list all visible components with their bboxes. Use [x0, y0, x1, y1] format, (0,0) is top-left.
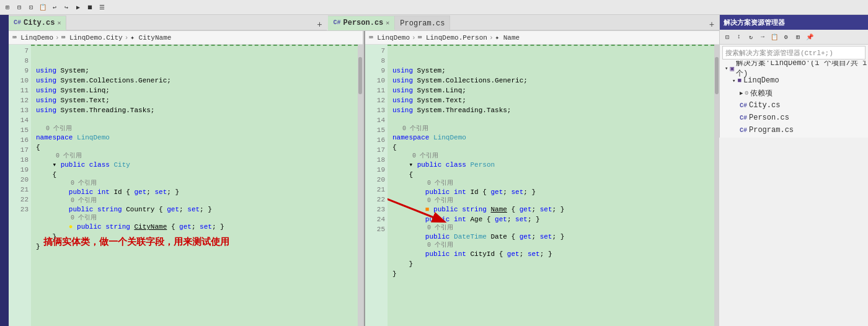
solution-header-title: 解决方案资源管理器	[724, 18, 785, 27]
solution-tree: ▾ ▣ 解决方案'LinqDemo'(1 个项目/共 1 个) ▾ ■ Linq…	[720, 61, 868, 138]
breadcrumb-city-name-label: ✦ CityName	[130, 33, 171, 42]
person-line-8	[392, 56, 714, 66]
sol-icon-3[interactable]: ↻	[746, 32, 756, 42]
toolbar-icon-1[interactable]: ⊞	[2, 2, 12, 12]
main-toolbar: ⊞ ⊟ ⊡ 📋 ↩ ↪ ▶ ⏹ ☰	[0, 0, 868, 15]
person-line-23: public int CityId { get; set; }	[392, 249, 714, 259]
person-line-10: using System.Collections.Generic;	[392, 76, 714, 86]
dep-expand: ▶	[740, 90, 743, 97]
city-line-21: ● public string CityName { get; set; }	[36, 222, 358, 232]
toolbar-icon-5[interactable]: ↩	[50, 2, 60, 12]
add-editor-left[interactable]: +	[314, 20, 324, 30]
sol-icon-5[interactable]: 📋	[769, 32, 779, 42]
editor-content-person: 7891011 1213141516 1718192021 22232425 u…	[365, 45, 719, 326]
tree-file-city-label: City.cs	[749, 101, 780, 110]
city-line-12: using System.Text;	[36, 95, 358, 105]
breadcrumb-person-linq[interactable]: ⌨ LinqDemo	[369, 33, 410, 42]
person-line-25: }	[392, 269, 714, 279]
person-line-11: using System.Linq;	[392, 86, 714, 95]
code-person: using System; using System.Collections.G…	[388, 45, 714, 326]
city-cs-prefix: C#	[740, 102, 747, 109]
program-cs-prefix: C#	[740, 127, 747, 134]
city-line-11: using System.Linq;	[36, 86, 358, 95]
sol-icon-2[interactable]: ↕	[734, 32, 744, 42]
city-line-22: }	[36, 232, 358, 242]
sol-icon-pin[interactable]: 📌	[805, 32, 815, 42]
project-expand: ▾	[732, 77, 735, 84]
main-layout: C# City.cs ✕ + C# Person.cs ✕ Program.cs…	[0, 15, 868, 326]
tab-city-cs-close[interactable]: ✕	[57, 19, 61, 27]
breadcrumb-person-linq-label: ⌨ LinqDemo	[369, 33, 410, 42]
sol-icon-1[interactable]: ⊡	[722, 32, 732, 42]
city-line-8	[36, 56, 358, 66]
editor-pane-person: ⌨ LinqDemo › ⌨ LinqDemo.Person › ✦ Name …	[365, 31, 719, 326]
add-editor-right[interactable]: +	[707, 20, 717, 30]
tree-file-city[interactable]: C# City.cs	[720, 99, 868, 112]
tree-dependencies[interactable]: ▶ ⚙ 依赖项	[720, 87, 868, 99]
person-cs-icon: C#	[333, 19, 340, 26]
person-line-9: using System;	[392, 66, 714, 76]
person-line-7	[392, 46, 714, 56]
sol-icon-4[interactable]: →	[758, 32, 768, 42]
activity-bar	[0, 15, 9, 326]
breadcrumb-linq-demo-label: ⌨ LinqDemo	[12, 33, 53, 42]
project-icon: ■	[737, 77, 742, 84]
sol-icon-7[interactable]: ⊞	[793, 32, 803, 42]
tab-program-cs[interactable]: Program.cs	[395, 15, 450, 30]
city-line-15: namespace LinqDemo	[36, 133, 358, 143]
tab-bar: C# City.cs ✕ + C# Person.cs ✕ Program.cs…	[9, 15, 719, 31]
tab-person-cs[interactable]: C# Person.cs ✕	[328, 15, 395, 30]
solution-toolbar: ⊡ ↕ ↻ → 📋 ⚙ ⊞ 📌	[720, 30, 868, 45]
person-line-13: using System.Threading.Tasks;	[392, 105, 714, 115]
code-city: using System; using System.Collections.G…	[31, 45, 358, 326]
person-cs-prefix: C#	[740, 115, 747, 121]
breadcrumb-city: ⌨ LinqDemo › ⌨ LinqDemo.City › ✦ CityNam…	[9, 31, 363, 45]
person-line-17: ▾ public class Person	[392, 160, 714, 170]
breadcrumb-linq-demo-city[interactable]: ⌨ LinqDemo.City	[61, 33, 123, 42]
toolbar-icon-4[interactable]: 📋	[38, 2, 48, 12]
sol-icon-6[interactable]: ⚙	[781, 32, 791, 42]
editor-split: ⌨ LinqDemo › ⌨ LinqDemo.City › ✦ CityNam…	[9, 31, 719, 326]
tree-file-person[interactable]: C# Person.cs	[720, 112, 868, 124]
line-numbers-city: 7891011 1213141516 1718192021 2223	[9, 45, 31, 326]
breadcrumb-person-name-label: ✦ Name	[495, 33, 520, 42]
tab-city-cs[interactable]: C# City.cs ✕	[9, 15, 66, 30]
toolbar-icons: ⊞ ⊟ ⊡ 📋 ↩ ↪ ▶ ⏹ ☰	[2, 2, 107, 12]
breadcrumb-linq-demo-city-label: ⌨ LinqDemo.City	[61, 33, 123, 42]
toolbar-icon-9[interactable]: ☰	[97, 2, 107, 12]
breadcrumb-person-name[interactable]: ✦ Name	[495, 33, 520, 42]
solution-header: 解决方案资源管理器	[720, 15, 868, 30]
editor-area: C# City.cs ✕ + C# Person.cs ✕ Program.cs…	[9, 15, 719, 326]
city-line-9: using System;	[36, 66, 358, 76]
breadcrumb-person: ⌨ LinqDemo › ⌨ LinqDemo.Person › ✦ Name	[365, 31, 719, 45]
tree-dep-label: 依赖项	[750, 88, 773, 99]
breadcrumb-linq-demo[interactable]: ⌨ LinqDemo	[12, 33, 53, 42]
toolbar-icon-2[interactable]: ⊟	[14, 2, 24, 12]
solution-search-box[interactable]: 搜索解决方案资源管理器(Ctrl+;)	[722, 46, 866, 59]
toolbar-icon-7[interactable]: ▶	[73, 2, 83, 12]
scrollbar-thumb-person[interactable]	[715, 57, 719, 94]
breadcrumb-city-name[interactable]: ✦ CityName	[130, 33, 171, 42]
scrollbar-thumb-city[interactable]	[358, 57, 362, 94]
toolbar-icon-8[interactable]: ⏹	[85, 2, 95, 12]
solution-explorer: 解决方案资源管理器 ⊡ ↕ ↻ → 📋 ⚙ ⊞ 📌 搜索解决方案资源管理器(Ct…	[719, 15, 868, 138]
tree-solution[interactable]: ▾ ▣ 解决方案'LinqDemo'(1 个项目/共 1 个)	[720, 62, 868, 74]
breadcrumb-person-class-label: ⌨ LinqDemo.Person	[418, 33, 487, 42]
tree-file-person-label: Person.cs	[749, 113, 789, 122]
breadcrumb-person-class[interactable]: ⌨ LinqDemo.Person	[418, 33, 487, 42]
city-line-16: {	[36, 143, 358, 152]
dep-icon: ⚙	[745, 89, 748, 97]
editor-pane-city: ⌨ LinqDemo › ⌨ LinqDemo.City › ✦ CityNam…	[9, 31, 364, 326]
toolbar-icon-6[interactable]: ↪	[61, 2, 71, 12]
solution-icon: ▣	[730, 64, 734, 73]
tab-city-cs-label: City.cs	[24, 19, 55, 27]
city-line-23: }	[36, 242, 358, 252]
city-line-14	[36, 115, 358, 125]
scrollbar-person[interactable]	[714, 45, 719, 326]
tab-person-cs-close[interactable]: ✕	[386, 19, 389, 27]
person-line-12: using System.Text;	[392, 95, 714, 105]
tree-file-program[interactable]: C# Program.cs	[720, 124, 868, 136]
scrollbar-city[interactable]	[358, 45, 363, 326]
person-line-14	[392, 115, 714, 125]
toolbar-icon-3[interactable]: ⊡	[26, 2, 36, 12]
